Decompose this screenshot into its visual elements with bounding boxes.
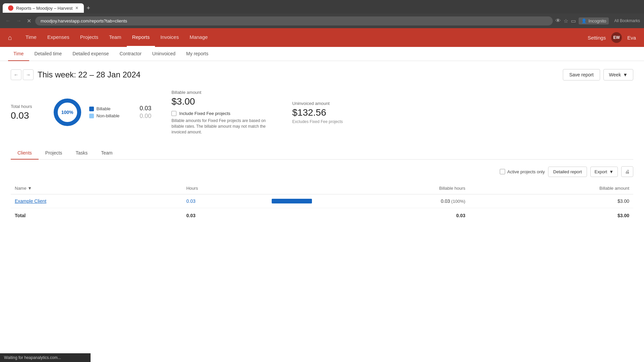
sub-nav-detailed-time[interactable]: Detailed time [29, 47, 67, 61]
total-hours-value: 0.03 [11, 110, 32, 121]
col-bar [268, 182, 321, 194]
table-controls: Active projects only Detailed report Exp… [11, 166, 633, 177]
total-label: Total [11, 208, 182, 223]
uninvoiced-amount-value: $132.56 [292, 107, 343, 118]
stats-section: Total hours 0.03 100% Billable [11, 90, 633, 135]
export-button[interactable]: Export ▼ [590, 167, 618, 177]
billable-amount-block: Billable amount $3.00 Include Fixed Fee … [171, 90, 272, 135]
week-selector-button[interactable]: Week ▼ [603, 69, 633, 80]
period-right: Save report Week ▼ [563, 69, 633, 80]
nav-item-expenses[interactable]: Expenses [42, 28, 75, 47]
nav-item-team[interactable]: Team [104, 28, 127, 47]
tab-close-icon[interactable]: ✕ [75, 6, 78, 10]
browser-tab[interactable]: Reports – Moodjoy – Harvest ✕ [3, 3, 84, 13]
client-link[interactable]: Example Client [15, 198, 46, 204]
sort-icon: ▼ [28, 186, 32, 191]
incognito-label: Incognito [589, 18, 606, 23]
address-bar[interactable] [35, 16, 553, 25]
save-report-button[interactable]: Save report [563, 69, 600, 80]
chart-legend: Billable Non-billable [89, 106, 120, 118]
fixed-fee-label: Include Fixed Fee projects [179, 111, 230, 116]
tab-favicon [8, 5, 13, 11]
next-period-button[interactable]: → [23, 69, 34, 80]
prev-period-button[interactable]: ← [11, 69, 21, 80]
forward-button[interactable]: → [15, 16, 23, 25]
sub-nav-my-reports[interactable]: My reports [181, 47, 214, 61]
hours-cell: 0.03 [182, 194, 267, 208]
tab-title: Reports – Moodjoy – Harvest [16, 6, 72, 11]
col-billable-hours: Billable hours [321, 182, 470, 194]
billable-amount-label: Billable amount [171, 90, 272, 95]
detailed-report-button[interactable]: Detailed report [548, 167, 587, 177]
nav-item-manage[interactable]: Manage [184, 28, 213, 47]
hours-breakdown: 0.03 0.00 [140, 105, 151, 120]
active-projects-label: Active projects only [507, 169, 545, 174]
total-hours-label: Total hours [11, 104, 32, 109]
chevron-down-icon: ▼ [623, 72, 628, 77]
total-bar-spacer [268, 208, 321, 223]
active-projects-filter[interactable]: Active projects only [500, 169, 545, 174]
table-row: Example Client 0.03 0.03 (100%) $3.0 [11, 194, 633, 208]
status-text: Waiting for heapanalytics.com... [4, 355, 61, 360]
new-tab-button[interactable]: + [84, 3, 93, 13]
nav-item-invoices[interactable]: Invoices [155, 28, 184, 47]
billable-legend-label: Billable [97, 106, 111, 111]
sub-nav-contractor[interactable]: Contractor [114, 47, 147, 61]
tab-team[interactable]: Team [94, 147, 119, 160]
star-icon[interactable]: ☆ [564, 18, 568, 24]
col-billable-amount: Billable amount [469, 182, 633, 194]
col-hours: Hours [182, 182, 267, 194]
uninvoiced-label: Uninvoiced amount [292, 101, 343, 106]
hours-bar [272, 199, 312, 203]
billable-hours-value: 0.03 [140, 105, 151, 112]
total-hours-block: Total hours 0.03 [11, 104, 32, 121]
chevron-down-icon: ▼ [609, 169, 613, 174]
browser-chrome: Reports – Moodjoy – Harvest ✕ + ← → ✕ 👁 … [0, 0, 644, 28]
print-button[interactable]: 🖨 [621, 166, 633, 177]
browser-profile[interactable]: 👤 Incognito [579, 17, 609, 24]
reload-button[interactable]: ✕ [25, 16, 33, 25]
total-row: Total 0.03 0.03 $3.00 [11, 208, 633, 223]
bookmarks-label: All Bookmarks [614, 18, 640, 23]
total-billable-hours: 0.03 [321, 208, 470, 223]
print-icon: 🖨 [625, 169, 630, 174]
home-icon[interactable]: ⌂ [8, 34, 12, 42]
donut-chart-wrapper: 100% Billable Non-billable [52, 97, 120, 127]
nav-right: Settings EW Eva [588, 32, 636, 43]
nav-item-reports[interactable]: Reports [127, 28, 155, 47]
app: ⌂ Time Expenses Projects Team Reports In… [0, 28, 644, 362]
nav-item-projects[interactable]: Projects [75, 28, 104, 47]
fixed-fee-note: Billable amounts for Fixed Fee projects … [171, 118, 272, 135]
billable-hours: 0.03 [441, 198, 450, 204]
tab-tasks[interactable]: Tasks [69, 147, 94, 160]
billable-amount-value: $3.00 [171, 96, 272, 107]
uninvoiced-note: Excludes Fixed Fee projects [292, 119, 343, 124]
sidebar-icon[interactable]: ▭ [571, 18, 576, 24]
non-billable-legend-label: Non-billable [97, 113, 120, 118]
sub-nav-uninvoiced[interactable]: Uninvoiced [147, 47, 181, 61]
active-projects-checkbox[interactable] [500, 169, 505, 174]
username-label[interactable]: Eva [627, 35, 636, 41]
col-name[interactable]: Name ▼ [11, 182, 182, 194]
non-billable-legend-item: Non-billable [89, 113, 120, 118]
sub-nav: Time Detailed time Detailed expense Cont… [0, 47, 644, 61]
sub-nav-time[interactable]: Time [8, 47, 29, 61]
sub-nav-detailed-expense[interactable]: Detailed expense [67, 47, 114, 61]
week-label: Week [609, 72, 621, 77]
hours-link[interactable]: 0.03 [186, 198, 195, 204]
export-label: Export [595, 169, 607, 174]
total-billable-amount: $3.00 [469, 208, 633, 223]
back-button[interactable]: ← [4, 16, 12, 25]
client-name-cell: Example Client [11, 194, 182, 208]
table-header: Name ▼ Hours Billable hours Billable amo… [11, 182, 633, 194]
nav-item-time[interactable]: Time [20, 28, 42, 47]
billable-amount-cell: $3.00 [469, 194, 633, 208]
browser-controls: ← → ✕ 👁 ☆ ▭ 👤 Incognito All Bookmarks [0, 13, 644, 28]
tab-projects[interactable]: Projects [39, 147, 69, 160]
tab-clients[interactable]: Clients [11, 147, 39, 160]
profile-icon: 👤 [581, 18, 587, 23]
fixed-fee-checkbox[interactable] [171, 111, 176, 116]
settings-link[interactable]: Settings [588, 35, 606, 41]
content-tabs: Clients Projects Tasks Team [11, 147, 633, 160]
avatar[interactable]: EW [611, 32, 622, 43]
